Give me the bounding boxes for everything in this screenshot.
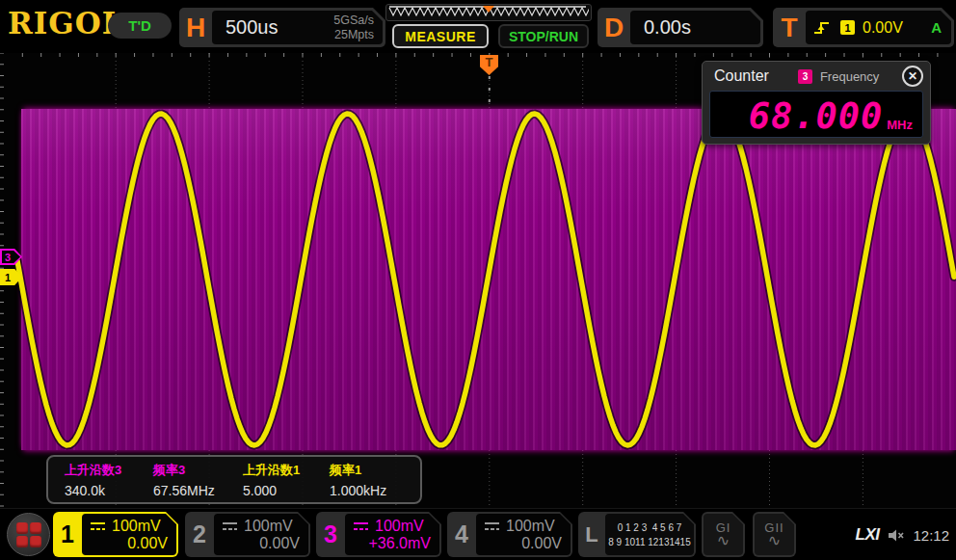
measure-button[interactable]: MEASURE [392,24,489,48]
d-label: D [598,8,630,47]
counter-value: 68.000 [749,98,884,134]
bottom-channel-bar: 1 100mV 0.00V 2 [0,508,956,560]
horizontal-timebase-block[interactable]: H 500us 5GSa/s 25Mpts [179,8,385,47]
rising-edge-trigger-icon [813,19,831,36]
counter-panel: Counter 3 Frequency ✕ 68.000 MHz [702,61,931,145]
trigger-level-value: 0.00V [863,19,903,37]
channel-block-2[interactable]: 2 100mV 0.00V [185,512,310,557]
rigol-logo: RIGOL [8,6,124,40]
channel-block-1[interactable]: 1 100mV 0.00V [53,512,178,557]
sample-rate: 5GSa/s [333,13,374,27]
channel1-level-marker[interactable]: 1 [0,269,22,285]
dc-coupling-icon [352,520,370,532]
measurement-item: 频率3 67.56MHz [153,463,243,502]
dc-coupling-icon [89,520,107,532]
measurement-item: 上升沿数3 340.0k [65,463,153,502]
generator1-block[interactable]: GI ∿ [702,512,745,557]
waveform-display-area: 3 1 T Counter 3 Frequency ✕ 68.000 MHz 上… [0,53,956,508]
counter-mode: Frequency [820,69,879,84]
ch1-offset: 0.00V [89,535,168,552]
oscilloscope-screen: RIGOL T'D H 500us 5GSa/s 25Mpts MEASURE … [0,0,956,560]
status-cluster: LXI 12:12 [856,509,950,560]
measurement-item: 上升沿数1 5.000 [243,463,330,502]
lxi-logo: LXI [856,525,880,545]
counter-close-icon[interactable]: ✕ [902,66,923,87]
counter-title: Counter [714,67,769,85]
main-menu-button[interactable] [7,513,50,556]
waveform-memory-position-bar[interactable] [385,4,592,21]
counter-display: 68.000 MHz [709,91,923,138]
clock: 12:12 [913,527,949,544]
dc-coupling-icon [221,520,239,532]
stop-run-button[interactable]: STOP/RUN [498,24,589,48]
trigger-status-indicator: T'D [108,13,172,39]
logic-channels-block[interactable]: L 0 1 2 3 4 5 6 7 8 9 1011 12131415 [578,512,696,557]
trigger-sweep-mode: A [931,19,942,36]
counter-source-badge: 3 [798,69,812,84]
ch3-offset: +36.0mV [352,535,431,552]
ch4-scale: 100mV [506,518,555,535]
digital-row-1: 0 1 2 3 4 5 6 7 [618,520,682,535]
digital-row-2: 8 9 1011 12131415 [608,535,690,549]
ch1-scale: 100mV [112,518,161,535]
memory-depth: 25Mpts [334,28,374,41]
delay-block[interactable]: D 0.00s [598,8,763,47]
ch2-offset: 0.00V [221,535,300,552]
measurement-item: 频率1 1.000kHz [330,463,414,502]
memory-zigzag-icon [386,5,589,18]
ch2-scale: 100mV [244,518,293,535]
sine-wave-icon: ∿ [717,533,730,548]
generator2-block[interactable]: GII ∿ [753,512,796,557]
channel3-level-marker[interactable]: 3 [0,249,22,265]
t-label: T [773,8,806,47]
ch4-offset: 0.00V [483,535,562,552]
trigger-source-badge: 1 [840,20,855,35]
dc-coupling-icon [483,520,501,532]
h-label: H [179,8,212,47]
timebase-value: 500us [226,16,279,39]
menu-grid-icon [16,522,41,547]
measurement-results-panel: 上升沿数3 340.0k 频率3 67.56MHz 上升沿数1 5.000 频率… [46,455,422,504]
sine-wave-icon: ∿ [768,533,781,548]
trigger-block[interactable]: T 1 0.00V A [773,8,954,47]
channel-block-4[interactable]: 4 100mV 0.00V [447,512,572,557]
delay-value: 0.00s [644,16,691,39]
top-status-bar: RIGOL T'D H 500us 5GSa/s 25Mpts MEASURE … [0,0,956,54]
ch3-scale: 100mV [375,518,424,535]
counter-unit: MHz [887,118,913,132]
channel-block-3[interactable]: 3 100mV +36.0mV [316,512,441,557]
speaker-muted-icon[interactable] [887,528,905,543]
